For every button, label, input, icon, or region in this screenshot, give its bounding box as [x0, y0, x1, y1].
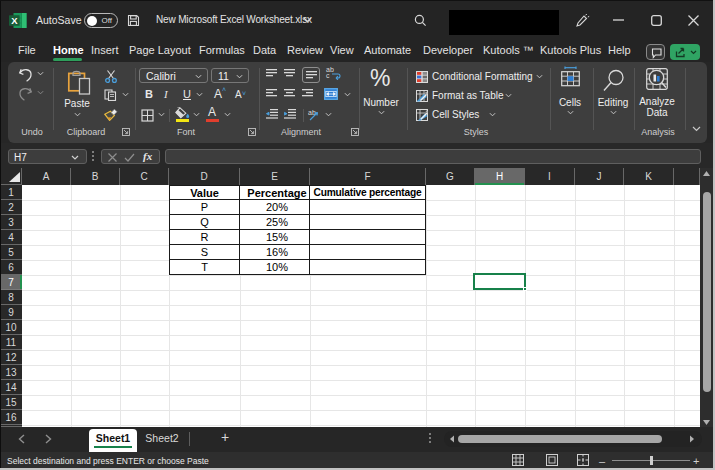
svg-text:X: X: [11, 15, 18, 26]
